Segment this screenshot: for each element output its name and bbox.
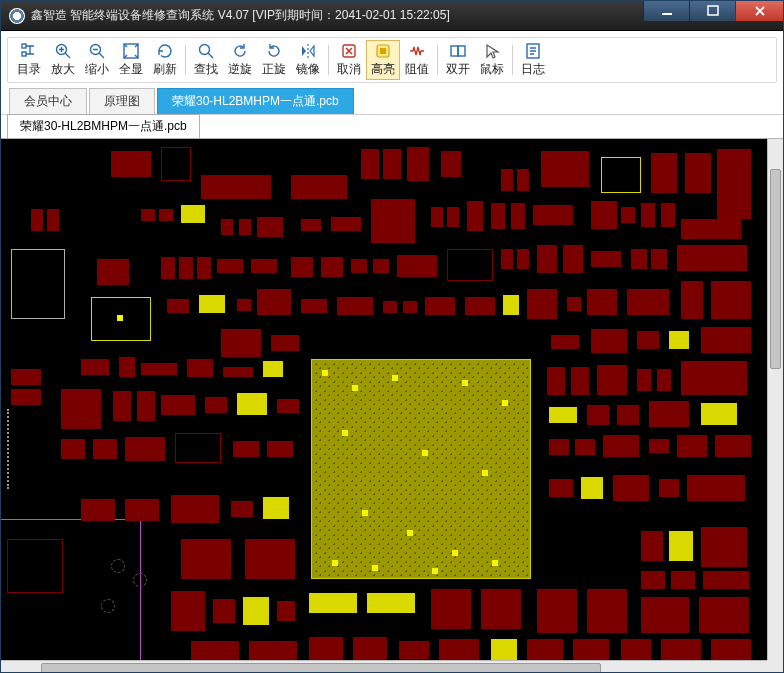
component[interactable] (587, 589, 627, 633)
component[interactable] (501, 169, 513, 191)
component[interactable] (591, 201, 617, 229)
component[interactable] (383, 301, 397, 313)
component[interactable] (701, 327, 751, 353)
component[interactable] (685, 153, 711, 193)
component[interactable] (613, 475, 649, 501)
primary-tab[interactable]: 荣耀30-HL2BMHPM一点通.pcb (157, 88, 354, 114)
primary-tab[interactable]: 原理图 (89, 88, 155, 114)
scroll-thumb[interactable] (41, 663, 601, 673)
component[interactable] (271, 335, 299, 351)
component-highlight[interactable] (243, 597, 269, 625)
component[interactable] (61, 439, 85, 459)
component-highlight[interactable] (309, 593, 357, 613)
component[interactable] (371, 199, 415, 243)
component[interactable] (567, 297, 581, 311)
tool-dual[interactable]: 双开 (441, 40, 475, 80)
component-highlight[interactable] (199, 295, 225, 313)
component[interactable] (277, 399, 299, 413)
tool-zoom-in[interactable]: 放大 (46, 40, 80, 80)
component[interactable] (687, 475, 745, 501)
component[interactable] (125, 499, 159, 521)
pcb-canvas[interactable] (1, 139, 767, 660)
primary-tab[interactable]: 会员中心 (9, 88, 87, 114)
component[interactable] (661, 639, 701, 661)
component[interactable] (467, 201, 483, 231)
component[interactable] (681, 281, 703, 319)
component[interactable] (447, 207, 459, 227)
tool-highlight[interactable]: 高亮 (366, 40, 400, 80)
component[interactable] (537, 245, 557, 273)
tool-cancel[interactable]: 取消 (332, 40, 366, 80)
component[interactable] (627, 289, 669, 315)
component[interactable] (221, 219, 233, 235)
minimize-button[interactable] (643, 1, 689, 21)
tool-log[interactable]: 日志 (516, 40, 550, 80)
component[interactable] (217, 259, 243, 273)
component[interactable] (403, 301, 417, 313)
component[interactable] (291, 257, 313, 277)
component[interactable] (197, 257, 211, 279)
component[interactable] (549, 479, 573, 497)
component[interactable] (331, 217, 361, 231)
component[interactable] (711, 639, 751, 661)
component[interactable] (641, 597, 689, 633)
component[interactable] (649, 401, 689, 427)
component[interactable] (701, 527, 747, 567)
component[interactable] (141, 363, 177, 375)
component[interactable] (425, 297, 455, 315)
component[interactable] (111, 151, 151, 177)
component[interactable] (717, 149, 751, 219)
component[interactable] (351, 259, 367, 273)
component[interactable] (517, 169, 529, 191)
component-highlight[interactable] (601, 157, 641, 193)
close-button[interactable] (735, 1, 783, 21)
component[interactable] (631, 249, 647, 269)
component[interactable] (661, 203, 675, 227)
component[interactable] (715, 435, 751, 457)
component[interactable] (159, 209, 173, 221)
tool-list-tree[interactable]: 目录 (12, 40, 46, 80)
connector-outline[interactable] (7, 539, 63, 593)
component[interactable] (677, 435, 707, 457)
component[interactable] (441, 151, 461, 177)
component[interactable] (527, 639, 563, 661)
component[interactable] (549, 439, 569, 455)
component-highlight[interactable] (701, 403, 737, 425)
component[interactable] (11, 369, 41, 385)
component[interactable] (407, 147, 429, 181)
component[interactable] (119, 357, 135, 377)
component[interactable] (447, 249, 493, 281)
component[interactable] (527, 289, 557, 319)
component[interactable] (137, 391, 155, 421)
component[interactable] (621, 639, 651, 661)
component[interactable] (537, 589, 577, 633)
component[interactable] (221, 329, 261, 357)
component[interactable] (373, 259, 389, 273)
component[interactable] (671, 571, 695, 589)
component[interactable] (181, 539, 231, 579)
component[interactable] (201, 175, 271, 199)
component[interactable] (517, 249, 529, 269)
component-highlight[interactable] (549, 407, 577, 423)
component[interactable] (637, 369, 651, 391)
component-highlight[interactable] (263, 497, 289, 519)
component[interactable] (511, 203, 525, 229)
component[interactable] (587, 405, 609, 425)
component[interactable] (113, 391, 131, 421)
component[interactable] (213, 599, 235, 623)
component[interactable] (93, 439, 117, 459)
component[interactable] (431, 589, 471, 629)
component[interactable] (301, 299, 327, 313)
tool-rotate-ccw[interactable]: 逆旋 (223, 40, 257, 80)
component[interactable] (621, 207, 635, 223)
component[interactable] (649, 439, 669, 453)
component-highlight[interactable] (503, 295, 519, 315)
tool-mirror[interactable]: 镜像 (291, 40, 325, 80)
component-highlight[interactable] (181, 205, 205, 223)
component[interactable] (551, 335, 579, 349)
component[interactable] (637, 331, 659, 349)
tool-resistor[interactable]: 阻值 (400, 40, 434, 80)
bga-main-chip[interactable] (311, 359, 531, 579)
component[interactable] (681, 361, 747, 395)
tool-search[interactable]: 查找 (189, 40, 223, 80)
